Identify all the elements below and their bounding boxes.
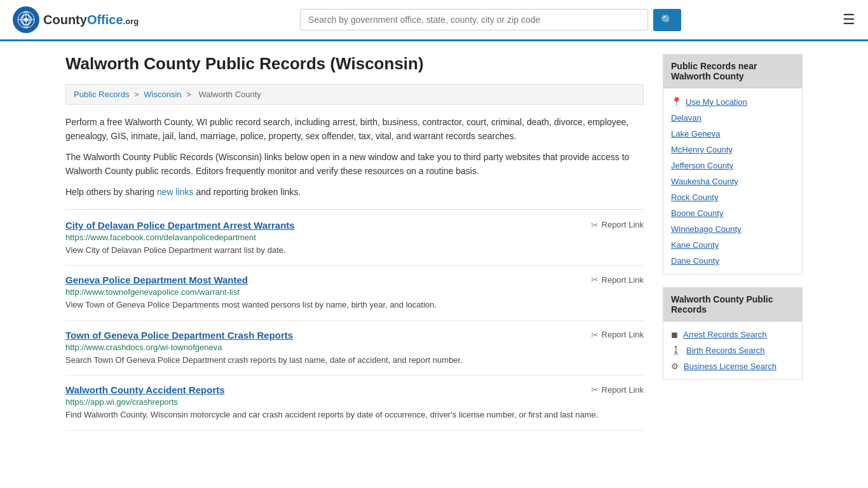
nearby-link-item[interactable]: Boone County	[663, 205, 802, 221]
logo-area: CountyOffice.org	[13, 6, 139, 33]
new-links-link[interactable]: new links	[157, 187, 194, 197]
nearby-link-item[interactable]: Rock County	[663, 189, 802, 205]
nearby-link-1[interactable]: Lake Geneva	[671, 129, 720, 139]
report-link-btn-1[interactable]: ✂ Report Link	[591, 274, 644, 285]
sidebar-record-item[interactable]: ◼ Arrest Records Search	[663, 327, 802, 342]
description-3: Help others by sharing new links and rep…	[65, 185, 644, 199]
nearby-link-item[interactable]: Jefferson County	[663, 158, 802, 173]
nearby-link-7[interactable]: Winnebago County	[671, 224, 742, 234]
nearby-list: 📍 Use My Location DelavanLake GenevaMcHe…	[663, 88, 802, 274]
sidebar-record-icon-2: ⚙	[671, 362, 679, 371]
record-desc-1: View Town of Geneva Police Departments m…	[65, 299, 644, 311]
search-area: 🔍	[300, 9, 681, 31]
report-icon-1: ✂	[591, 274, 599, 285]
menu-button[interactable]: ☰	[843, 11, 855, 28]
nearby-link-5[interactable]: Rock County	[671, 193, 718, 202]
report-link-btn-2[interactable]: ✂ Report Link	[591, 330, 644, 340]
search-input[interactable]	[300, 9, 648, 30]
records-section-title: Walworth County Public Records	[663, 288, 802, 322]
nearby-link-8[interactable]: Kane County	[671, 240, 719, 250]
description-1: Perform a free Walworth County, WI publi…	[65, 115, 644, 144]
record-item: Walworth County Accident Reports ✂ Repor…	[65, 384, 644, 431]
record-item: Town of Geneva Police Department Crash R…	[65, 330, 644, 376]
logo-icon	[13, 6, 39, 33]
records-list: ◼ Arrest Records Search 🚶 Birth Records …	[663, 322, 802, 379]
sidebar-record-icon-1: 🚶	[671, 346, 681, 355]
report-link-label-0: Report Link	[602, 220, 644, 229]
report-link-btn-3[interactable]: ✂ Report Link	[591, 384, 644, 395]
breadcrumb-sep2: >	[186, 90, 193, 99]
sidebar-record-link-1[interactable]: Birth Records Search	[686, 346, 765, 355]
nearby-section-title: Public Records near Walworth County	[663, 55, 802, 88]
report-link-label-2: Report Link	[602, 330, 644, 339]
breadcrumb-wisconsin[interactable]: Wisconsin	[144, 90, 181, 99]
breadcrumb: Public Records > Wisconsin > Walworth Co…	[65, 84, 644, 105]
record-desc-3: Find Walworth County, Wisconsin motorcyc…	[65, 409, 644, 421]
record-url-0: https://www.facebook.com/delavanpolicede…	[65, 233, 644, 242]
sidebar: Public Records near Walworth County 📍 Us…	[663, 54, 803, 440]
nearby-link-item[interactable]: Winnebago County	[663, 221, 802, 237]
location-icon: 📍	[671, 97, 682, 107]
report-icon-2: ✂	[591, 330, 599, 340]
records-section: Walworth County Public Records ◼ Arrest …	[663, 287, 803, 380]
record-item: City of Delavan Police Department Arrest…	[65, 220, 644, 266]
report-link-label-3: Report Link	[602, 385, 644, 395]
record-desc-2: Search Town Of Geneva Police Department …	[65, 354, 644, 367]
content-area: Walworth County Public Records (Wisconsi…	[65, 54, 644, 440]
nearby-link-item[interactable]: Waukesha County	[663, 173, 802, 189]
nearby-link-item[interactable]: Delavan	[663, 110, 802, 126]
sidebar-record-link-0[interactable]: Arrest Records Search	[683, 330, 767, 339]
menu-icon: ☰	[843, 11, 855, 27]
sidebar-record-item[interactable]: ⚙ Business License Search	[663, 358, 802, 374]
search-icon: 🔍	[661, 15, 674, 25]
nearby-link-item[interactable]: Kane County	[663, 237, 802, 253]
logo-text: CountyOffice.org	[43, 13, 139, 27]
nearby-link-4[interactable]: Waukesha County	[671, 177, 738, 186]
header: CountyOffice.org 🔍 ☰	[0, 0, 868, 41]
nearby-link-6[interactable]: Boone County	[671, 208, 723, 218]
report-link-btn-0[interactable]: ✂ Report Link	[591, 220, 644, 230]
record-url-2: http://www.crashdocs.org/wi-townofgeneva	[65, 342, 644, 352]
record-title-1[interactable]: Geneva Police Department Most Wanted	[65, 274, 248, 285]
search-button[interactable]: 🔍	[653, 9, 681, 31]
record-item: Geneva Police Department Most Wanted ✂ R…	[65, 274, 644, 321]
sidebar-record-link-2[interactable]: Business License Search	[684, 362, 776, 371]
nearby-section: Public Records near Walworth County 📍 Us…	[663, 54, 803, 274]
nearby-link-9[interactable]: Dane County	[671, 256, 719, 266]
record-url-1: http://www.townofgenevapolice.com/warran…	[65, 287, 644, 297]
sidebar-record-icon-0: ◼	[671, 330, 678, 339]
record-title-2[interactable]: Town of Geneva Police Department Crash R…	[65, 330, 293, 341]
breadcrumb-public-records[interactable]: Public Records	[74, 90, 129, 99]
nearby-link-0[interactable]: Delavan	[671, 113, 702, 123]
use-location-link[interactable]: Use My Location	[686, 97, 747, 107]
records-container: City of Delavan Police Department Arrest…	[65, 220, 644, 431]
record-title-0[interactable]: City of Delavan Police Department Arrest…	[65, 220, 295, 231]
breadcrumb-sep1: >	[134, 90, 141, 99]
nearby-link-2[interactable]: McHenry County	[671, 145, 733, 154]
report-icon-3: ✂	[591, 384, 599, 395]
report-link-label-1: Report Link	[602, 275, 644, 285]
svg-point-5	[24, 18, 28, 22]
use-location-item[interactable]: 📍 Use My Location	[663, 93, 802, 110]
record-title-3[interactable]: Walworth County Accident Reports	[65, 384, 225, 395]
record-desc-0: View City of Delavan Police Department w…	[65, 244, 644, 257]
main-container: Walworth County Public Records (Wisconsi…	[53, 41, 815, 452]
description-2: The Walworth County Public Records (Wisc…	[65, 150, 644, 179]
record-url-3: https://app.wi.gov/crashreports	[65, 397, 644, 407]
breadcrumb-walworth: Walworth County	[198, 90, 261, 99]
page-title: Walworth County Public Records (Wisconsi…	[65, 54, 644, 74]
report-icon-0: ✂	[591, 220, 599, 230]
nearby-link-3[interactable]: Jefferson County	[671, 161, 733, 170]
nearby-link-item[interactable]: Dane County	[663, 253, 802, 269]
nearby-link-item[interactable]: Lake Geneva	[663, 126, 802, 142]
divider	[65, 209, 644, 210]
nearby-link-item[interactable]: McHenry County	[663, 142, 802, 158]
sidebar-record-item[interactable]: 🚶 Birth Records Search	[663, 342, 802, 358]
